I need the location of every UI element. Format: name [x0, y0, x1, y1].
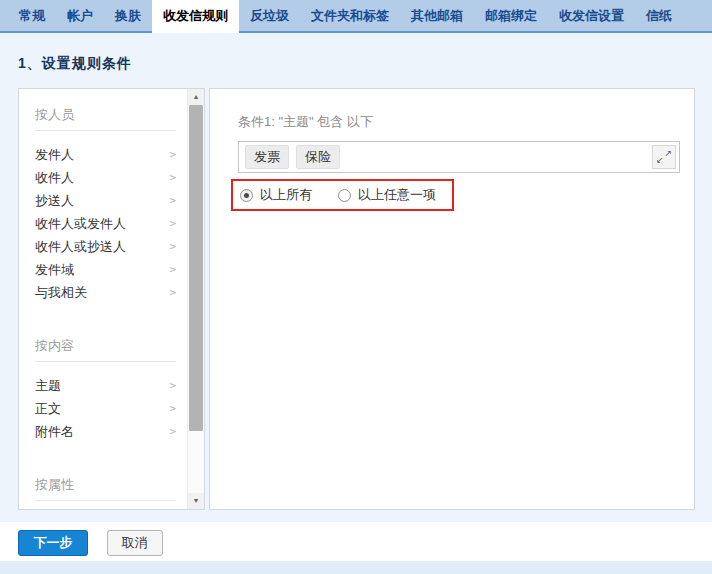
- sidebar-item-sender-domain[interactable]: 发件域>: [19, 258, 204, 281]
- chevron-right-icon: >: [169, 216, 176, 231]
- scroll-down-icon[interactable]: ▼: [188, 493, 204, 509]
- sidebar-item-label: 收件人或发件人: [35, 216, 126, 231]
- tab-send-receive[interactable]: 收发信设置: [548, 0, 635, 31]
- next-step-button[interactable]: 下一步: [18, 530, 88, 556]
- sidebar-item-recipient-or-cc[interactable]: 收件人或抄送人>: [19, 235, 204, 258]
- settings-tabbar: 常规帐户换肤收发信规则反垃圾文件夹和标签其他邮箱邮箱绑定收发信设置信纸: [0, 0, 712, 31]
- radio-option-match-any[interactable]: 以上任意一项: [338, 186, 436, 204]
- cancel-button[interactable]: 取消: [107, 530, 163, 556]
- sidebar-item-recipient-or-sender[interactable]: 收件人或发件人>: [19, 212, 204, 235]
- match-options-highlight: 以上所有以上任意一项: [231, 179, 454, 211]
- chevron-right-icon: >: [169, 424, 176, 439]
- chevron-right-icon: >: [169, 170, 176, 185]
- sidebar-item-label: 主题: [35, 378, 61, 393]
- chevron-right-icon: >: [169, 401, 176, 416]
- radio-option-label: 以上任意一项: [358, 186, 436, 204]
- keyword-tag-1[interactable]: 保险: [296, 145, 340, 169]
- radio-selected-icon[interactable]: [240, 189, 253, 202]
- sidebar-item-label: 抄送人: [35, 193, 74, 208]
- tabbar-underline: [0, 31, 712, 33]
- sidebar-item-label: 发件域: [35, 262, 74, 277]
- condition-label: 条件1: "主题" 包含 以下: [238, 113, 680, 131]
- bottom-strip: [0, 561, 712, 574]
- condition-panel: 条件1: "主题" 包含 以下 发票保险 ↗ ↙ 以上所有以上任意一项: [209, 88, 695, 510]
- sidebar-item-related-to-me[interactable]: 与我相关>: [19, 281, 204, 304]
- section-header-by-content: 按内容: [35, 332, 176, 362]
- sidebar-item-label: 收件人或抄送人: [35, 239, 126, 254]
- section-header-by-person: 按人员: [35, 101, 176, 131]
- sidebar-item-sender[interactable]: 发件人>: [19, 143, 204, 166]
- tab-folders-labels[interactable]: 文件夹和标签: [300, 0, 400, 31]
- tab-mailbox-binding[interactable]: 邮箱绑定: [474, 0, 548, 31]
- keyword-tags: 发票保险: [245, 145, 347, 169]
- chevron-right-icon: >: [169, 285, 176, 300]
- sidebar-item-cc[interactable]: 抄送人>: [19, 189, 204, 212]
- sidebar-item-label: 正文: [35, 401, 61, 416]
- tab-other-mailbox[interactable]: 其他邮箱: [400, 0, 474, 31]
- tab-stationery[interactable]: 信纸: [635, 0, 683, 31]
- radio-option-label: 以上所有: [260, 186, 312, 204]
- chevron-right-icon: >: [169, 239, 176, 254]
- sidebar-item-body[interactable]: 正文>: [19, 397, 204, 420]
- sidebar-item-recipient[interactable]: 收件人>: [19, 166, 204, 189]
- sidebar-item-label: 发件人: [35, 147, 74, 162]
- tab-general[interactable]: 常规: [8, 0, 56, 31]
- tab-account[interactable]: 帐户: [56, 0, 104, 31]
- sidebar-item-subject[interactable]: 主题>: [19, 374, 204, 397]
- chevron-right-icon: >: [169, 147, 176, 162]
- tab-skin[interactable]: 换肤: [104, 0, 152, 31]
- tab-mail-rules[interactable]: 收发信规则: [152, 0, 239, 33]
- radio-option-match-all[interactable]: 以上所有: [240, 186, 312, 204]
- chevron-right-icon: >: [169, 378, 176, 393]
- tab-anti-spam[interactable]: 反垃圾: [239, 0, 300, 31]
- rule-setup-area: 1、设置规则条件 按人员发件人>收件人>抄送人>收件人或发件人>收件人或抄送人>…: [0, 33, 712, 522]
- section-by-person: 按人员发件人>收件人>抄送人>收件人或发件人>收件人或抄送人>发件域>与我相关>: [19, 101, 204, 304]
- scroll-up-icon[interactable]: ▲: [188, 89, 204, 105]
- rule-panels: 按人员发件人>收件人>抄送人>收件人或发件人>收件人或抄送人>发件域>与我相关>…: [18, 88, 695, 510]
- sidebar-item-label: 收件人: [35, 170, 74, 185]
- sidebar-item-attachment-name[interactable]: 附件名>: [19, 420, 204, 443]
- rule-type-list: 按人员发件人>收件人>抄送人>收件人或发件人>收件人或抄送人>发件域>与我相关>…: [19, 89, 204, 510]
- sidebar-item-label: 附件名: [35, 424, 74, 439]
- radio-unselected-icon[interactable]: [338, 189, 351, 202]
- rule-type-sidebar: 按人员发件人>收件人>抄送人>收件人或发件人>收件人或抄送人>发件域>与我相关>…: [18, 88, 205, 510]
- wizard-footer: 下一步 取消: [0, 522, 712, 561]
- match-options: 以上所有以上任意一项: [240, 186, 436, 204]
- arrow-up-right-icon: ↗: [664, 149, 672, 158]
- sidebar-item-label: 与我相关: [35, 285, 87, 300]
- section-by-attribute: 按属性优先级>: [19, 471, 204, 510]
- section-header-by-attribute: 按属性: [35, 471, 176, 501]
- keyword-input[interactable]: 发票保险 ↗ ↙: [238, 141, 680, 173]
- settings-tabs: 常规帐户换肤收发信规则反垃圾文件夹和标签其他邮箱邮箱绑定收发信设置信纸: [0, 0, 712, 31]
- sidebar-scrollbar[interactable]: ▲ ▼: [187, 89, 204, 509]
- arrow-down-left-icon: ↙: [656, 156, 664, 165]
- expand-input-button[interactable]: ↗ ↙: [652, 145, 676, 169]
- section-by-content: 按内容主题>正文>附件名>: [19, 332, 204, 443]
- chevron-right-icon: >: [169, 193, 176, 208]
- chevron-right-icon: >: [169, 262, 176, 277]
- step-heading: 1、设置规则条件: [0, 33, 712, 73]
- keyword-tag-0[interactable]: 发票: [245, 145, 289, 169]
- scrollbar-thumb[interactable]: [189, 105, 203, 431]
